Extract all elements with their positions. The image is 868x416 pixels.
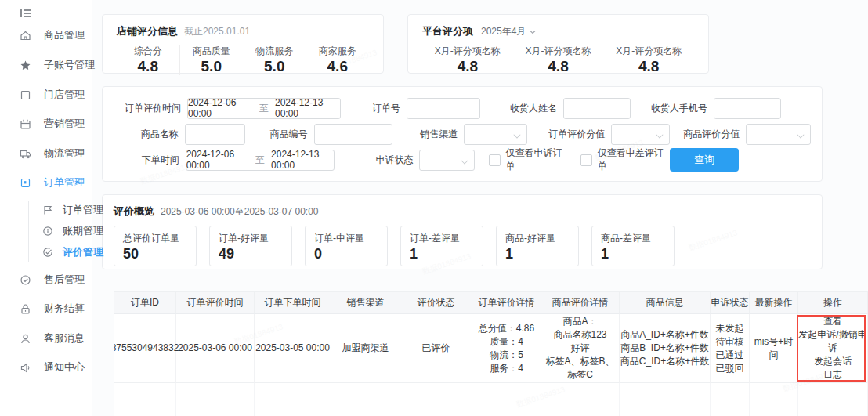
- sidebar-item-aftersales[interactable]: 售后管理: [0, 270, 92, 289]
- col-header-rating-status: 评价状态: [400, 292, 472, 314]
- cell-order-time: 2025-03-05 00:00: [255, 314, 331, 383]
- platform-score-card: 平台评分项 2025年4月 X月-评分项名称 4.8 X月-评分项名称 4.8 …: [407, 14, 709, 74]
- flag-icon: [42, 204, 53, 215]
- sidebar-item-products[interactable]: 商品管理: [0, 26, 92, 45]
- col-header-order-id: 订单ID: [114, 292, 176, 314]
- product-rating-value-select[interactable]: [746, 124, 811, 145]
- range-separator: 至: [255, 154, 265, 167]
- order-rating-time-range-picker[interactable]: 2024-12-06 00:00 至 2024-12-13 00:00: [187, 98, 341, 119]
- platform-metric: X月-评分项名称 4.8: [422, 45, 513, 75]
- platform-metric: X月-评分项名称 4.8: [513, 45, 604, 75]
- stat-label: 总评价订单量: [123, 232, 187, 245]
- col-header-rating-detail: 订单评价详情: [472, 292, 541, 314]
- collapse-sidebar-icon[interactable]: [19, 6, 34, 22]
- star-icon: [20, 60, 31, 71]
- stat-label: 商品-好评量: [505, 232, 570, 245]
- stat-label: 商品-差评量: [601, 232, 665, 245]
- sidebar-item-label: 评价管理: [63, 245, 103, 259]
- period-label: 2025年4月: [481, 25, 526, 38]
- metric-value: 4.8: [603, 59, 694, 75]
- main-content: 店铺评分信息 截止2025.01.01 综合分 4.8 商品质量 5.0 物流服…: [92, 0, 868, 416]
- shop-score-title: 店铺评分信息: [117, 24, 178, 38]
- order-no-label: 订单号: [360, 102, 400, 115]
- sidebar-item-notifications[interactable]: 通知中心: [0, 358, 92, 377]
- overview-date-range: 2025-03-06 00:00至2025-03-07 00:00: [161, 205, 319, 219]
- review-table: 订单ID 订单评价时间 订单下单时间 销售渠道 评价状态 订单评价详情 商品评价…: [114, 291, 868, 416]
- store-icon: [20, 89, 31, 101]
- checkbox-icon: [580, 154, 592, 166]
- stat-label: 订单-好评量: [219, 232, 283, 245]
- order-no-input[interactable]: [407, 98, 480, 119]
- metric-logistics-service: 物流服务 5.0: [243, 45, 306, 75]
- appeal-status-select[interactable]: [419, 150, 474, 171]
- stat-value: 50: [123, 246, 187, 262]
- sidebar-item-customer-service[interactable]: 客服消息: [0, 329, 92, 348]
- sidebar-item-label: 客服消息: [44, 331, 85, 345]
- checkbox-icon: [489, 154, 501, 166]
- sidebar-item-stores[interactable]: 门店管理: [0, 85, 92, 104]
- speaker-icon: [20, 362, 31, 374]
- sidebar-subitem-order-management[interactable]: 订单管理: [0, 201, 92, 219]
- sidebar: 商品管理 子账号管理 门店管理 营销管理 物流管理 订单管理 订单管理: [0, 0, 92, 416]
- sidebar-item-subaccounts[interactable]: 子账号管理: [0, 56, 92, 74]
- shop-score-subtitle: 截止2025.01.01: [184, 25, 250, 38]
- metric-value: 4.6: [306, 59, 370, 75]
- metric-value: 4.8: [117, 59, 179, 75]
- home-icon: [20, 30, 31, 42]
- cell-product-info: 商品A_ID+名称+件数 商品B_ID+名称+件数 商品C_ID+名称+件数: [620, 314, 711, 383]
- shop-score-card: 店铺评分信息 截止2025.01.01 综合分 4.8 商品质量 5.0 物流服…: [102, 14, 384, 74]
- sales-channel-label: 销售渠道: [413, 128, 458, 141]
- stat-order-negative: 订单-差评量 1: [400, 226, 483, 266]
- stat-value: 1: [505, 246, 570, 262]
- metric-label: X月-评分项名称: [422, 45, 513, 58]
- metric-merchant-service: 商家服务 4.6: [306, 45, 370, 75]
- receiver-phone-input[interactable]: [714, 98, 781, 119]
- metric-label: 物流服务: [243, 45, 306, 58]
- receiver-phone-label: 收货人手机号: [638, 102, 707, 115]
- checkbox-label: 仅查看中差评订单: [598, 147, 671, 173]
- order-time-range-picker[interactable]: 2024-12-06 00:00 至 2024-12-13 00:00: [186, 150, 335, 171]
- metric-value: 5.0: [243, 59, 306, 75]
- sidebar-item-finance[interactable]: 财务结算: [0, 299, 92, 318]
- sidebar-subitem-review-management[interactable]: 评价管理: [0, 243, 92, 262]
- range-end: 2024-12-13 00:00: [271, 149, 334, 171]
- product-name-input[interactable]: [185, 124, 245, 145]
- sidebar-item-marketing[interactable]: 营销管理: [0, 114, 92, 133]
- platform-metric: X月-评分项名称 4.8: [603, 45, 694, 75]
- order-rating-value-select[interactable]: [611, 124, 670, 145]
- col-header-channel: 销售渠道: [331, 292, 400, 314]
- stat-order-positive: 订单-好评量 49: [209, 226, 292, 266]
- sidebar-item-label: 售后管理: [44, 273, 85, 287]
- chevron-down-icon: [514, 131, 521, 138]
- col-header-rating-time: 订单评价时间: [176, 292, 255, 314]
- col-header-appeal-status: 申诉状态: [711, 292, 750, 314]
- receiver-name-input[interactable]: [563, 98, 631, 119]
- product-code-label: 商品编号: [266, 128, 308, 141]
- filter-panel: 订单评价时间 2024-12-06 00:00 至 2024-12-13 00:…: [102, 86, 823, 182]
- platform-score-title: 平台评分项: [422, 24, 473, 38]
- search-button[interactable]: 查询: [670, 148, 739, 172]
- negative-only-checkbox[interactable]: 仅查看中差评订单: [580, 147, 671, 173]
- stat-value: 49: [219, 246, 283, 262]
- order-time-label: 下单时间: [114, 154, 179, 167]
- chevron-down-icon: [656, 131, 664, 138]
- metric-value: 5.0: [180, 59, 244, 75]
- cell-actions[interactable]: 查看 发起申诉/撤销申诉 发起会话 日志: [798, 314, 868, 383]
- product-code-input[interactable]: [314, 124, 392, 145]
- cell-rating-status: 已评价: [400, 314, 472, 383]
- appeal-only-checkbox[interactable]: 仅查看申诉订单: [489, 147, 570, 173]
- appeal-status-label: 申诉状态: [375, 154, 413, 167]
- stat-total-rated-orders: 总评价订单量 50: [114, 226, 197, 266]
- sidebar-item-label: 订单管理: [63, 203, 103, 217]
- calendar-icon: [20, 118, 31, 130]
- col-header-order-time: 订单下单时间: [255, 292, 331, 314]
- sidebar-item-label: 商品管理: [44, 28, 85, 42]
- sidebar-item-orders[interactable]: 订单管理: [0, 173, 92, 192]
- platform-score-period-select[interactable]: 2025年4月: [481, 25, 537, 38]
- sales-channel-select[interactable]: [464, 124, 527, 145]
- sidebar-item-logistics[interactable]: 物流管理: [0, 144, 92, 163]
- receiver-name-label: 收货人姓名: [497, 102, 557, 115]
- check-circle-icon: [42, 247, 53, 258]
- chevron-down-icon: [74, 305, 81, 313]
- sidebar-subitem-billing-period[interactable]: 账期管理: [0, 222, 92, 241]
